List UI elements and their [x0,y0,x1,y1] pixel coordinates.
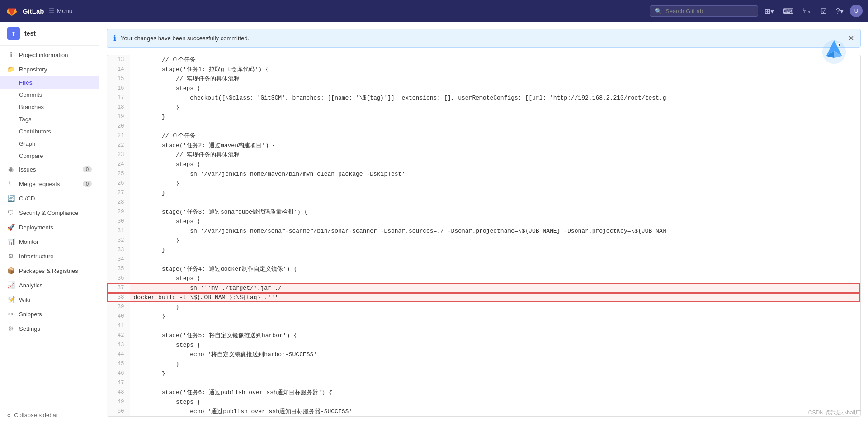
deployments-icon: 🚀 [7,224,14,231]
line-number: 46 [107,369,130,378]
top-navbar: GitLab ☰ Menu 🔍 ⊞▾ ⌨ ⑂▾ ☑ ?▾ U [0,0,868,22]
navbar-right: 🔍 ⊞▾ ⌨ ⑂▾ ☑ ?▾ U [650,5,863,17]
line-number: 21 [107,131,130,141]
line-code: } [130,312,860,321]
collapse-sidebar-button[interactable]: « Collapse sidebar [0,406,99,424]
sidebar-section-main: ℹ Project information 📁 Repository Files… [0,46,99,338]
sidebar-item-deployments[interactable]: 🚀 Deployments [0,220,99,234]
sidebar-item-tags[interactable]: Tags [0,113,99,125]
line-number: 33 [107,245,130,255]
cicd-icon: 🔄 [7,195,14,202]
line-code: echo '将自定义镜像推送到harbor-SUCCESS' [130,350,860,359]
table-row: 26 } [107,179,860,188]
line-code: // 实现任务的具体流程 [130,150,860,160]
table-row: 33 } [107,245,860,255]
line-code: } [130,103,860,112]
table-row: 22 stage('任务2: 通过maven构建项目') { [107,141,860,150]
line-number: 17 [107,93,130,103]
line-code: } [130,245,860,255]
line-number: 48 [107,388,130,397]
line-code [130,321,860,331]
table-row: 17 checkout([\$class: 'GitSCM', branches… [107,93,860,103]
line-code: steps { [130,84,860,93]
new-item-button[interactable]: ⊞▾ [762,5,777,17]
gitlab-logo-icon [5,5,18,17]
line-number: 24 [107,160,130,169]
line-number: 29 [107,207,130,217]
sidebar-item-compare[interactable]: Compare [0,150,99,162]
sidebar-item-repository[interactable]: 📁 Repository [0,62,99,76]
table-row: 43 steps { [107,340,860,350]
line-code [130,378,860,388]
watermark: CSDN @我是小bail厂 [808,409,861,417]
line-code: stage('任务6: 通过publish over ssh通知目标服务器') … [130,388,860,397]
line-code [130,198,860,207]
merge-requests-badge: 0 [83,181,92,187]
merge-requests-icon[interactable]: ⑂▾ [800,5,814,17]
line-code: steps { [130,160,860,169]
line-code: sh '''mv ./target/*.jar ./ [130,283,860,293]
line-number: 42 [107,331,130,340]
table-row: 37 sh '''mv ./target/*.jar ./ [107,283,860,293]
search-bar[interactable]: 🔍 [650,5,758,17]
sidebar: T test ℹ Project information 📁 Repositor… [0,22,99,424]
line-number: 20 [107,122,130,131]
line-number: 38 [107,293,130,302]
line-code: } [130,359,860,369]
table-row: 27 } [107,188,860,198]
table-row: 23 // 实现任务的具体流程 [107,150,860,160]
sidebar-item-project-info[interactable]: ℹ Project information [0,48,99,62]
user-avatar[interactable]: U [850,5,863,17]
project-info-icon: ℹ [7,51,14,58]
sidebar-item-infrastructure[interactable]: ⚙ Infrastructure [0,249,99,263]
project-name: test [24,30,36,37]
line-code: echo '通过publish over ssh通知目标服务器-SUCCESS' [130,407,860,416]
table-row: 13 // 单个任务 [107,55,860,65]
sidebar-item-commits[interactable]: Commits [0,89,99,101]
line-code: stage('任务1: 拉取git仓库代码') { [130,65,860,74]
table-row: 48 stage('任务6: 通过publish over ssh通知目标服务器… [107,388,860,397]
sidebar-item-packages[interactable]: 📦 Packages & Registries [0,263,99,278]
close-banner-button[interactable]: ✕ [848,34,854,43]
line-code [130,255,860,264]
table-row: 31 sh '/var/jenkins_home/sonar-scanner/b… [107,226,860,236]
help-icon[interactable]: ?▾ [833,5,846,17]
line-code: docker build -t \${JOB_NAME}:\${tag} .''… [130,293,860,302]
sidebar-item-monitor[interactable]: 📊 Monitor [0,234,99,249]
info-icon: ℹ [113,34,116,43]
success-banner: ℹ Your changes have been successfully co… [107,29,861,48]
table-row: 15 // 实现任务的具体流程 [107,74,860,84]
table-row: 38docker build -t \${JOB_NAME}:\${tag} .… [107,293,860,302]
sidebar-item-merge-requests[interactable]: ⑂ Merge requests 0 [0,176,99,191]
navbar-left: GitLab ☰ Menu [5,5,73,17]
sidebar-item-files[interactable]: Files [0,76,99,89]
todo-icon[interactable]: ☑ [818,5,830,17]
line-code: } [130,112,860,122]
table-row: 36 steps { [107,274,860,283]
code-review-icon[interactable]: ⌨ [780,5,796,17]
sidebar-item-branches[interactable]: Branches [0,101,99,113]
line-code: checkout([\$class: 'GitSCM', branches: [… [130,93,860,103]
sidebar-item-graph[interactable]: Graph [0,138,99,150]
line-number: 13 [107,55,130,65]
line-number: 35 [107,264,130,274]
line-number: 39 [107,302,130,312]
search-input[interactable] [665,8,753,14]
code-viewer[interactable]: 13 // 单个任务14 stage('任务1: 拉取git仓库代码') {15… [107,55,861,417]
navbar-brand: GitLab [23,7,44,15]
line-number: 28 [107,198,130,207]
issues-badge: 0 [83,166,92,172]
settings-icon: ⚙ [7,325,14,332]
line-number: 44 [107,350,130,359]
menu-button[interactable]: ☰ Menu [49,7,73,14]
sidebar-item-snippets[interactable]: ✂ Snippets [0,307,99,321]
sidebar-item-wiki[interactable]: 📝 Wiki [0,292,99,307]
sidebar-item-settings[interactable]: ⚙ Settings [0,321,99,336]
sidebar-item-analytics[interactable]: 📈 Analytics [0,278,99,292]
sidebar-item-contributors[interactable]: Contributors [0,125,99,138]
sidebar-item-issues[interactable]: ◉ Issues 0 [0,162,99,176]
line-number: 32 [107,236,130,245]
sidebar-item-security[interactable]: 🛡 Security & Compliance [0,205,99,220]
sidebar-item-cicd[interactable]: 🔄 CI/CD [0,191,99,205]
line-number: 26 [107,179,130,188]
